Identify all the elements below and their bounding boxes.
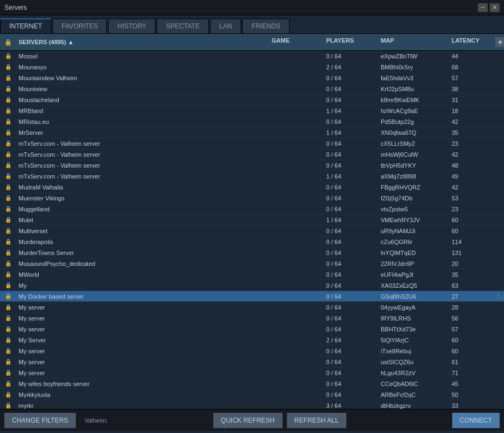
table-row[interactable]: 🔒 Myrkkyluola 0 / 64 ARBeFcf2qC 50 <box>0 389 504 400</box>
table-row[interactable]: 🔒 Mountaindew Valheim 0 / 64 faE5hdaVv3 … <box>0 73 504 84</box>
minimize-button[interactable]: ─ <box>478 3 488 12</box>
table-row[interactable]: 🔒 Muenster Vikings 0 / 64 fZ0jSg74Db 53 <box>0 193 504 204</box>
table-row[interactable]: 🔒 Mounanyo 2 / 64 BMBhi0c5ry 68 <box>0 62 504 73</box>
server-latency: 71 <box>449 369 493 377</box>
server-name: Muenster Vikings <box>16 194 269 202</box>
table-row[interactable]: 🔒 Murderapolis 0 / 64 cZu6QGRlir 114 <box>0 236 504 247</box>
tab-internet[interactable]: INTERNET <box>0 19 51 33</box>
table-row[interactable]: 🔒 mTxServ.com - Valheim server 1 / 64 aX… <box>0 171 504 182</box>
tab-lan[interactable]: LAN <box>210 19 241 33</box>
server-latency: 44 <box>449 52 493 60</box>
server-map: BBHTtXd73e <box>379 325 449 333</box>
server-map: 04yywEgayA <box>379 304 449 311</box>
header-latency[interactable]: LATENCY <box>449 36 493 48</box>
server-players: 0 / 64 <box>324 183 379 191</box>
server-players: 0 / 64 <box>324 347 379 355</box>
connect-button[interactable]: CONNECT <box>452 413 500 428</box>
servers-scroll[interactable]: 🔒 Mossel 0 / 64 eXpwZBnTlW 44 🔒 Mounanyo… <box>0 51 504 409</box>
table-row[interactable]: 🔒 Mountview 0 / 64 KrfJ2pSM8u 38 <box>0 84 504 94</box>
server-game <box>269 230 324 232</box>
server-latency: 31 <box>449 96 493 104</box>
lock-icon: 🔒 <box>5 75 11 81</box>
table-row[interactable]: 🔒 Muggelland 0 / 64 vtvZpstw5 23 <box>0 204 504 215</box>
quick-refresh-button[interactable]: QUICK REFRESH <box>213 413 283 428</box>
server-name: My server <box>16 315 269 322</box>
table-row[interactable]: 🔒 mTxServ.com - Valheim server 0 / 64 cX… <box>0 138 504 149</box>
server-latency: 20 <box>449 260 493 268</box>
server-players: 0 / 64 <box>324 315 379 322</box>
server-game <box>269 110 324 111</box>
header-map[interactable]: MAP <box>379 36 449 48</box>
table-row[interactable]: 🔒 My Docker based server 0 / 64 GSqf8hS2… <box>0 291 504 302</box>
header-servers[interactable]: SERVERS (4895) ▲ <box>16 36 269 48</box>
table-row[interactable]: 🔒 MRBland 1 / 64 hzWcACg9aE 18 <box>0 105 504 116</box>
server-players: 0 / 64 <box>324 380 379 388</box>
tab-favorites[interactable]: FAVORITES <box>52 19 107 33</box>
table-row[interactable]: 🔒 My server 0 / 64 iTxe8Rebuj 60 <box>0 346 504 357</box>
row-lock-icon: 🔒 <box>0 107 16 114</box>
server-name: My <box>16 282 269 289</box>
server-map: GSqf8hS2U6 <box>379 293 449 300</box>
table-row[interactable]: 🔒 My server 0 / 64 04yywEgayA 28 <box>0 302 504 313</box>
tab-history[interactable]: HISTORY <box>108 19 155 33</box>
list-header: 🔒 SERVERS (4895) ▲ GAME PLAYERS MAP LATE… <box>0 34 504 51</box>
table-row[interactable]: 🔒 mTxServ.com - Valheim server 0 / 64 tb… <box>0 160 504 171</box>
table-row[interactable]: 🔒 My server 0 / 64 lRY9lLRHS 56 <box>0 313 504 324</box>
table-row[interactable]: 🔒 MrServer 1 / 64 XN0qfwa67Q 35 <box>0 127 504 138</box>
lock-icon: 🔒 <box>5 293 11 299</box>
server-players: 0 / 64 <box>324 151 379 158</box>
table-row[interactable]: 🔒 My server 0 / 64 BBHTtXd73e 57 <box>0 324 504 335</box>
server-players: 0 / 64 <box>324 74 379 82</box>
header-players[interactable]: PLAYERS <box>324 36 379 48</box>
window-title: Servers <box>4 4 27 11</box>
lock-icon: 🔒 <box>5 97 11 103</box>
server-game <box>269 67 324 68</box>
server-latency: 56 <box>449 315 493 322</box>
table-row[interactable]: 🔒 My server 0 / 64 hLgu43R2zV 71 <box>0 367 504 378</box>
refresh-all-button[interactable]: REFRESH ALL <box>287 413 346 428</box>
lock-icon: 🔒 <box>5 370 11 376</box>
server-extra <box>493 176 504 177</box>
server-game <box>269 318 324 319</box>
row-lock-icon: 🔒 <box>0 315 16 322</box>
server-latency: 53 <box>449 194 493 202</box>
table-row[interactable]: 🔒 MWorld 0 / 64 eUFI4wPgJt 35 <box>0 269 504 280</box>
table-row[interactable]: 🔒 My wifes boyfriends server 0 / 64 CCeQ… <box>0 378 504 389</box>
server-extra <box>493 285 504 286</box>
table-row[interactable]: 🔒 Multiverset 0 / 64 uR9yNAMJJi 60 <box>0 226 504 236</box>
table-row[interactable]: 🔒 MusaxundPsycho_dedicated 0 / 64 22RlVJ… <box>0 258 504 269</box>
server-name: Muggelland <box>16 205 269 213</box>
server-extra <box>493 78 504 79</box>
tab-spectate[interactable]: SPECTATE <box>157 19 209 33</box>
table-row[interactable]: 🔒 My server 0 / 64 ustSlCQZ6u 61 <box>0 357 504 367</box>
server-list-container: 🔒 SERVERS (4895) ▲ GAME PLAYERS MAP LATE… <box>0 34 504 409</box>
table-row[interactable]: 🔒 Mossel 0 / 64 eXpwZBnTlW 44 <box>0 51 504 62</box>
close-button[interactable]: ✕ <box>490 3 500 12</box>
row-lock-icon: 🔒 <box>0 118 16 125</box>
table-row[interactable]: 🔒 My 0 / 64 XA03ZxEzQ5 63 <box>0 280 504 291</box>
table-row[interactable]: 🔒 Moustacheland 0 / 64 k8mrBKwEMK 31 <box>0 94 504 105</box>
tab-friends[interactable]: FRIENDS <box>242 19 290 33</box>
lock-icon: 🔒 <box>5 359 11 365</box>
server-latency: 57 <box>449 74 493 82</box>
server-players: 0 / 64 <box>324 369 379 377</box>
server-extra <box>493 99 504 100</box>
table-row[interactable]: 🔒 MRistau.eu 0 / 64 Pd5Butp22g 42 <box>0 116 504 127</box>
change-filters-button[interactable]: CHANGE FILTERS <box>4 413 76 428</box>
add-filter-button[interactable]: + <box>495 37 504 47</box>
server-players: 1 / 64 <box>324 107 379 115</box>
table-row[interactable]: 🔒 Mulet 1 / 64 VMEwhRY3JV 60 <box>0 215 504 226</box>
table-row[interactable]: 🔒 mTxServ.com - Valheim server 0 / 64 mH… <box>0 149 504 160</box>
server-latency: 68 <box>449 63 493 71</box>
header-game[interactable]: GAME <box>269 36 324 48</box>
server-extra <box>493 198 504 199</box>
table-row[interactable]: 🔒 MurderTowns Server 0 / 64 lnYQlMTqED 1… <box>0 247 504 258</box>
row-lock-icon: 🔒 <box>0 63 16 70</box>
server-latency: 35 <box>449 271 493 278</box>
server-map: lRY9lLRHS <box>379 315 449 322</box>
table-row[interactable]: 🔒 myrkr 3 / 64 dtHbzkgzrv 33 <box>0 400 504 409</box>
table-row[interactable]: 🔒 My Server 2 / 64 5iQlYl4zjC 60 <box>0 335 504 346</box>
header-plus[interactable]: + <box>493 36 504 48</box>
server-players: 0 / 64 <box>324 85 379 93</box>
table-row[interactable]: 🔒 MudraM Valhalla 0 / 64 FBggRHVQRZ 42 <box>0 182 504 193</box>
